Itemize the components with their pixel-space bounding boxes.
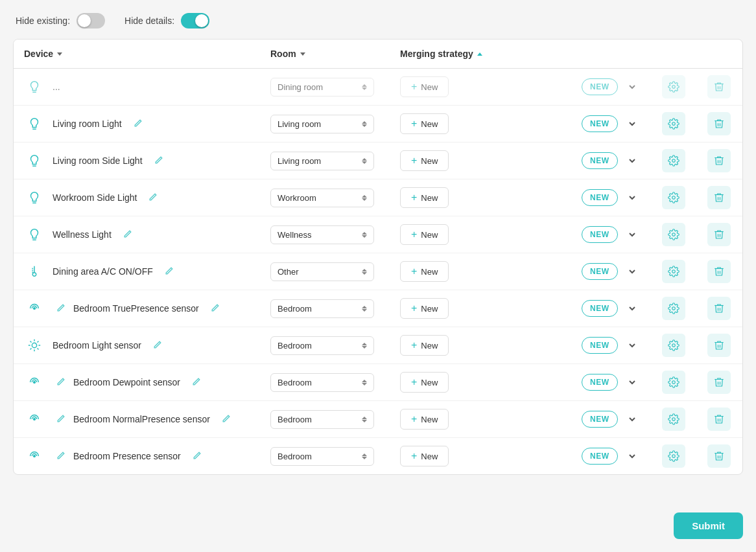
hide-details-toggle[interactable] <box>181 13 209 29</box>
room-select[interactable]: Other <box>270 262 374 281</box>
new-button[interactable]: + New <box>400 113 449 134</box>
gear-button[interactable] <box>662 444 685 468</box>
table-scroll[interactable]: Device Room <box>14 40 742 474</box>
merge-dropdown-arrow[interactable] <box>623 189 641 207</box>
column-room[interactable]: Room <box>260 40 390 69</box>
merge-cell-inner: NEW <box>582 152 641 170</box>
edit-name-icon[interactable] <box>123 229 132 240</box>
gear-action <box>662 75 685 98</box>
room-select[interactable]: Bedroom <box>270 410 374 429</box>
merge-cell-inner: NEW <box>582 410 641 428</box>
new-button[interactable]: + New <box>400 187 449 208</box>
merge-dropdown-arrow[interactable] <box>623 447 641 465</box>
merge-dropdown-arrow[interactable] <box>623 373 641 391</box>
edit-name-icon[interactable] <box>148 192 158 203</box>
room-select[interactable]: Living room <box>270 115 374 133</box>
gear-button[interactable] <box>662 371 685 394</box>
room-select[interactable]: Wellness <box>270 225 374 244</box>
merge-dropdown-arrow[interactable] <box>623 152 641 170</box>
delete-button[interactable] <box>707 444 731 468</box>
gear-button[interactable] <box>662 297 685 320</box>
delete-button[interactable] <box>707 223 731 246</box>
merge-dropdown-arrow[interactable] <box>623 115 641 133</box>
room-select[interactable]: Dining room <box>270 78 374 97</box>
new-badge: NEW <box>582 337 618 354</box>
new-button[interactable]: + New <box>400 409 449 430</box>
gear-cell-1 <box>652 106 696 143</box>
room-sort-icon[interactable] <box>300 52 305 56</box>
room-select[interactable]: Bedroom <box>270 299 374 318</box>
column-merge[interactable]: Merging strategy <box>390 40 571 69</box>
edit-name-icon[interactable] <box>193 451 202 462</box>
gear-cell-0 <box>652 69 696 106</box>
edit-name-icon[interactable] <box>134 119 143 130</box>
edit-name-icon[interactable] <box>165 266 174 277</box>
new-button[interactable]: + New <box>400 372 449 393</box>
arr-down <box>362 346 367 349</box>
pencil-icon[interactable] <box>56 377 65 388</box>
delete-button[interactable] <box>707 186 731 209</box>
room-select[interactable]: Bedroom <box>270 336 374 355</box>
merge-cell-inner: NEW <box>582 78 641 96</box>
edit-name-icon[interactable] <box>222 414 231 425</box>
svg-point-23 <box>34 382 36 384</box>
delete-button[interactable] <box>707 408 731 431</box>
plus-icon: + <box>411 229 417 240</box>
pencil-icon[interactable] <box>56 451 65 462</box>
merge-dropdown-arrow[interactable] <box>623 410 641 428</box>
room-select[interactable]: Workroom <box>270 189 374 207</box>
delete-button[interactable] <box>707 371 731 394</box>
new-button[interactable]: + New <box>400 224 449 245</box>
merge-dropdown-arrow[interactable] <box>623 262 641 281</box>
svg-point-10 <box>672 270 675 273</box>
svg-line-18 <box>30 341 31 342</box>
room-select[interactable]: Living room <box>270 152 374 170</box>
gear-button[interactable] <box>662 186 685 209</box>
merge-dropdown-arrow[interactable] <box>623 78 641 96</box>
gear-button[interactable] <box>662 223 685 246</box>
submit-button[interactable]: Submit <box>674 512 743 539</box>
merge-dropdown-arrow[interactable] <box>623 336 641 354</box>
edit-name-icon[interactable] <box>192 377 201 388</box>
gear-button[interactable] <box>662 408 685 431</box>
top-bar: Hide existing: Hide details: <box>13 13 743 29</box>
device-sort-icon[interactable] <box>57 52 62 56</box>
pencil-icon[interactable] <box>56 303 65 314</box>
delete-button[interactable] <box>707 112 731 135</box>
hide-existing-toggle[interactable] <box>77 13 105 29</box>
merge-sort-icon[interactable] <box>477 52 482 56</box>
new-button[interactable]: + New <box>400 261 449 282</box>
new-button[interactable]: + New <box>400 446 449 466</box>
gear-button[interactable] <box>662 334 685 357</box>
edit-name-icon[interactable] <box>154 155 163 167</box>
gear-button[interactable] <box>662 75 685 98</box>
delete-button[interactable] <box>707 334 731 357</box>
merge-dropdown-arrow[interactable] <box>623 299 641 317</box>
new-badge: NEW <box>582 263 618 280</box>
room-select[interactable]: Bedroom <box>270 373 374 392</box>
new-button[interactable]: + New <box>400 335 449 356</box>
column-device[interactable]: Device <box>14 40 260 69</box>
delete-button[interactable] <box>707 75 731 98</box>
edit-name-icon[interactable] <box>211 303 220 314</box>
arr-up <box>362 417 367 419</box>
gear-button[interactable] <box>662 260 685 283</box>
merge-dropdown-arrow[interactable] <box>623 225 641 244</box>
pencil-icon[interactable] <box>56 414 65 425</box>
new-button[interactable]: + New <box>400 150 449 171</box>
device-icon <box>24 335 45 356</box>
new-button[interactable]: + New <box>400 298 449 319</box>
svg-line-19 <box>37 348 38 349</box>
new-badge: NEW <box>582 448 618 465</box>
room-select[interactable]: Bedroom <box>270 447 374 466</box>
gear-button[interactable] <box>662 112 685 135</box>
new-button[interactable]: + New <box>400 76 449 97</box>
trash-action <box>706 297 733 320</box>
delete-button[interactable] <box>707 260 731 283</box>
merge-cell-inner: NEW <box>582 299 641 317</box>
edit-name-icon[interactable] <box>153 340 162 351</box>
gear-button[interactable] <box>662 149 685 172</box>
delete-button[interactable] <box>707 297 731 320</box>
delete-button[interactable] <box>707 149 731 172</box>
svg-line-20 <box>37 341 38 342</box>
